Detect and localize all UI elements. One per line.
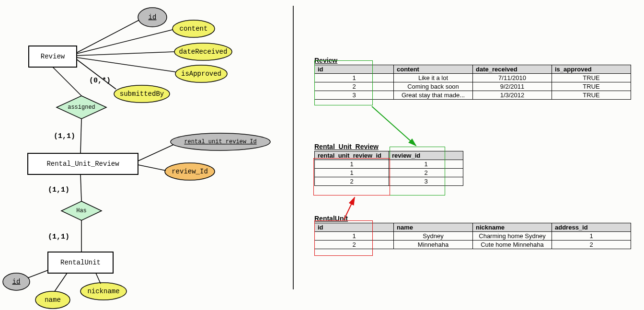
table-cell: Sydney <box>394 232 473 241</box>
table-cell: 9/2/2011 <box>473 82 552 91</box>
table-cell: 1 <box>315 169 389 177</box>
table-cell: TRUE <box>552 91 631 100</box>
svg-line-2 <box>77 30 172 54</box>
col-header: id <box>315 65 394 74</box>
col-header: rental_unit_review_id <box>315 151 389 160</box>
table-cell: 2 <box>315 82 394 91</box>
table-row: 23 <box>315 177 463 186</box>
table-cell: 2 <box>389 169 463 177</box>
svg-line-10 <box>80 174 81 201</box>
svg-line-13 <box>55 273 67 291</box>
table-row: 1Like it a lot7/11/2010TRUE <box>315 74 631 82</box>
table-cell: 7/11/2010 <box>473 74 552 82</box>
svg-line-3 <box>77 52 174 56</box>
table-cell: TRUE <box>552 82 631 91</box>
table-row: 11 <box>315 160 463 169</box>
table-cell: 3 <box>315 91 394 100</box>
table-cell: TRUE <box>552 74 631 82</box>
table-cell: 2 <box>315 241 394 249</box>
table-row: 12 <box>315 169 463 177</box>
attr-id-review-label: id <box>149 13 157 21</box>
table-row: 3Great stay that made...1/3/2012TRUE <box>315 91 631 100</box>
svg-line-12 <box>28 270 48 278</box>
table-cell: 2 <box>315 177 389 186</box>
table-rental-unit-title: RentalUnit <box>314 215 631 222</box>
attr-review-id-label: review_Id <box>172 168 208 175</box>
table-review-title: Review <box>314 57 631 64</box>
col-header: address_id <box>552 223 631 232</box>
table-cell: Charming home Sydney <box>473 232 552 241</box>
table-cell: 2 <box>552 241 631 249</box>
col-header: name <box>394 223 473 232</box>
col-header: nickname <box>473 223 552 232</box>
table-row: 2Coming back soon9/2/2011TRUE <box>315 82 631 91</box>
attr-content-label: content <box>180 25 208 33</box>
table-rental-unit-wrap: RentalUnit idnamenicknameaddress_id1Sydn… <box>314 215 631 249</box>
svg-line-1 <box>77 20 139 53</box>
table-cell: Cute home Minnehaha <box>473 241 552 249</box>
col-header: id <box>315 223 394 232</box>
col-header: review_id <box>389 151 463 160</box>
table-rur: rental_unit_review_idreview_id111223 <box>314 151 463 186</box>
card-has-rental: (1,1) <box>48 233 69 241</box>
table-cell: 1 <box>552 232 631 241</box>
attr-rur-id-label: rental_unit_review_Id <box>184 138 256 145</box>
table-cell: 3 <box>389 177 463 186</box>
svg-line-4 <box>77 57 175 72</box>
card-rur-has: (1,1) <box>48 186 69 194</box>
table-row: 2MinnehahaCute home Minnehaha2 <box>315 241 631 249</box>
table-cell: 1/3/2012 <box>473 91 552 100</box>
table-cell: 1 <box>315 160 389 169</box>
table-review-wrap: Review idcontentdate_receivedis_approved… <box>314 57 631 100</box>
table-cell: Coming back soon <box>394 82 473 91</box>
table-cell: Like it a lot <box>394 74 473 82</box>
entity-rur-label: Rental_Unit_Review <box>46 160 119 168</box>
attr-id-ru-label: id <box>12 278 21 286</box>
card-review-assigned: (0,*) <box>89 77 111 85</box>
svg-line-6 <box>53 67 81 96</box>
table-cell: Minnehaha <box>394 241 473 249</box>
table-rur-wrap: Rental_Unit_Review rental_unit_review_id… <box>314 143 463 186</box>
rel-has-label: Has <box>76 207 87 214</box>
col-header: is_approved <box>552 65 631 74</box>
card-assigned-rur: (1,1) <box>54 132 75 140</box>
table-cell: 1 <box>315 232 394 241</box>
table-row: 1SydneyCharming home Sydney1 <box>315 232 631 241</box>
table-rur-title: Rental_Unit_Review <box>314 143 463 150</box>
rel-assigned-label: assigned <box>68 104 95 111</box>
attr-name-label: name <box>45 296 61 304</box>
col-header: date_received <box>473 65 552 74</box>
svg-line-8 <box>138 145 173 161</box>
svg-line-9 <box>138 165 166 171</box>
entity-rental-unit-label: RentalUnit <box>60 259 101 266</box>
table-review: idcontentdate_receivedis_approved1Like i… <box>314 65 631 100</box>
attr-nickname-label: nickname <box>87 287 119 295</box>
table-cell: 1 <box>389 160 463 169</box>
table-cell: 1 <box>315 74 394 82</box>
svg-line-14 <box>96 273 101 284</box>
table-cell: Great stay that made... <box>394 91 473 100</box>
table-rental-unit: idnamenicknameaddress_id1SydneyCharming … <box>314 223 631 249</box>
col-header: content <box>394 65 473 74</box>
attr-date-received-label: dateReceived <box>179 48 228 56</box>
attr-submitted-by-label: submittedBy <box>120 90 164 98</box>
entity-review-label: Review <box>41 53 65 60</box>
attr-is-approved-label: isApproved <box>181 70 221 78</box>
svg-line-7 <box>80 119 81 153</box>
